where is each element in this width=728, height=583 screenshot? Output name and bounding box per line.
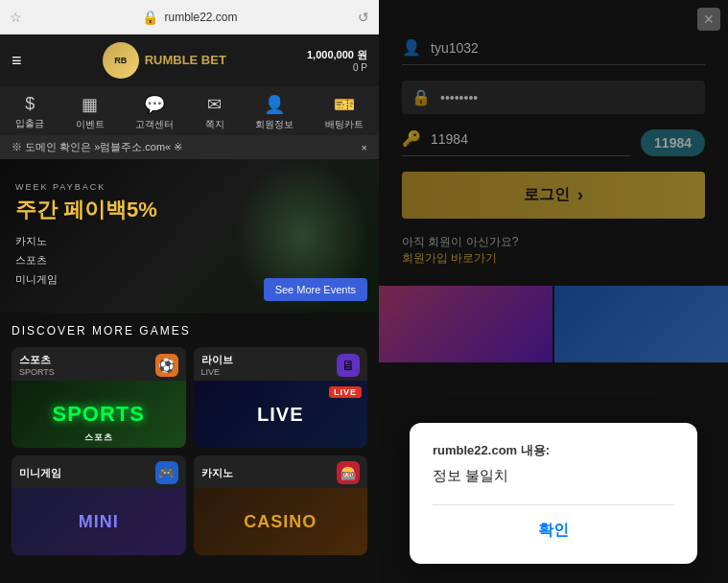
promo-title: 주간 페이백5% bbox=[15, 196, 157, 224]
site-header: ≡ RB RUMBLE BET 1,000,000 원 0 P bbox=[0, 35, 379, 86]
game-card-sports-top: 스포츠 SPORTS ⚽ bbox=[12, 347, 186, 381]
nav-message[interactable]: ✉ 쪽지 bbox=[205, 94, 224, 131]
live-badge: 🖥 bbox=[337, 354, 360, 377]
balance-area: 1,000,000 원 0 P bbox=[307, 48, 367, 73]
game-card-sports[interactable]: 스포츠 SPORTS ⚽ SPORTS 스포츠 bbox=[12, 347, 186, 448]
nav-betting[interactable]: 🎫 배팅카트 bbox=[325, 94, 364, 131]
nav-events[interactable]: ▦ 이벤트 bbox=[76, 94, 105, 131]
sports-sub-label: SPORTS bbox=[19, 367, 55, 377]
support-icon: 💬 bbox=[144, 94, 165, 115]
casino-thumb-text: CASINO bbox=[244, 512, 317, 532]
game-card-live-top: 라이브 LIVE 🖥 bbox=[194, 347, 368, 381]
message-icon: ✉ bbox=[207, 94, 222, 115]
notice-close[interactable]: × bbox=[362, 142, 367, 153]
casino-label: 카지노 bbox=[201, 466, 233, 480]
events-label: 이벤트 bbox=[76, 118, 105, 131]
nav-deposit[interactable]: $ 입출금 bbox=[15, 94, 44, 131]
sports-label: 스포츠 bbox=[19, 353, 55, 367]
sports-thumb-sub: 스포츠 bbox=[84, 431, 113, 444]
notice-text: ※ 도메인 확인은 »럼블주소.com« ※ bbox=[12, 140, 182, 154]
right-panel: ✕ 👤 🔒 🔑 11984 로그인 › 아직 회원이 아신가요? 회원가입 바로… bbox=[379, 0, 728, 583]
lock-icon: 🔒 bbox=[142, 10, 158, 25]
alert-message: 정보 불일치 bbox=[433, 467, 674, 485]
nav-profile[interactable]: 👤 회원정보 bbox=[255, 94, 294, 131]
betting-icon: 🎫 bbox=[334, 94, 355, 115]
balance-points: 0 P bbox=[307, 62, 367, 73]
game-card-casino-top: 카지노 🎰 bbox=[194, 455, 368, 488]
promo-banner: WEEK PAYBACK 주간 페이백5% 카지노스포츠미니게임 See Mor… bbox=[0, 159, 379, 313]
logo-badge: RB bbox=[103, 42, 139, 79]
betting-label: 배팅카트 bbox=[325, 118, 364, 131]
alert-overlay: rumble22.com 내용: 정보 불일치 확인 bbox=[379, 0, 728, 583]
live-label: 라이브 bbox=[201, 353, 233, 367]
balance-amount: 1,000,000 원 bbox=[307, 48, 367, 62]
game-card-live-info: 라이브 LIVE bbox=[201, 353, 233, 377]
support-label: 고객센터 bbox=[135, 118, 174, 131]
game-card-mini-top: 미니게임 🎮 bbox=[12, 455, 186, 488]
alert-ok-button[interactable]: 확인 bbox=[433, 517, 674, 545]
game-card-mini[interactable]: 미니게임 🎮 MINI bbox=[12, 455, 186, 555]
logo-area: RB RUMBLE BET bbox=[103, 42, 226, 79]
week-payback-label: WEEK PAYBACK bbox=[15, 182, 157, 192]
mini-label: 미니게임 bbox=[19, 466, 61, 480]
live-thumb-text: LIVE bbox=[257, 404, 303, 426]
message-label: 쪽지 bbox=[205, 118, 224, 131]
mini-thumbnail: MINI bbox=[12, 488, 186, 555]
deposit-icon: $ bbox=[25, 94, 35, 114]
game-card-mini-info: 미니게임 bbox=[19, 466, 61, 480]
browser-chrome: ☆ 🔒 rumble22.com ↺ bbox=[0, 0, 379, 35]
casino-thumbnail: CASINO bbox=[194, 488, 368, 555]
see-more-button[interactable]: See More Events bbox=[264, 278, 367, 301]
game-card-live[interactable]: 라이브 LIVE 🖥 LIVE LIVE bbox=[194, 347, 368, 448]
left-panel: ☆ 🔒 rumble22.com ↺ ≡ RB RUMBLE BET 1,000… bbox=[0, 0, 379, 583]
address-bar[interactable]: 🔒 rumble22.com bbox=[142, 10, 237, 25]
live-thumbnail: LIVE LIVE bbox=[194, 381, 368, 448]
events-icon: ▦ bbox=[82, 94, 98, 115]
alert-divider bbox=[433, 504, 674, 505]
sports-thumbnail: SPORTS 스포츠 bbox=[12, 381, 186, 448]
logo-text: RUMBLE BET bbox=[145, 53, 226, 68]
sports-badge: ⚽ bbox=[155, 354, 178, 377]
live-overlay-label: LIVE bbox=[329, 386, 362, 398]
nav-support[interactable]: 💬 고객센터 bbox=[135, 94, 174, 131]
mini-badge: 🎮 bbox=[155, 461, 178, 484]
sports-thumb-text: SPORTS bbox=[53, 402, 145, 427]
game-card-casino[interactable]: 카지노 🎰 CASINO bbox=[194, 455, 368, 555]
mini-thumb-text: MINI bbox=[79, 512, 119, 532]
live-sub-label: LIVE bbox=[201, 367, 233, 377]
alert-origin: rumble22.com 내용: bbox=[433, 442, 674, 459]
url-text: rumble22.com bbox=[164, 11, 237, 24]
star-icon: ☆ bbox=[10, 10, 22, 25]
game-grid: 스포츠 SPORTS ⚽ SPORTS 스포츠 라이브 LIVE bbox=[12, 347, 367, 555]
notice-bar: ※ 도메인 확인은 »럼블주소.com« ※ × bbox=[0, 135, 379, 159]
hamburger-icon[interactable]: ≡ bbox=[12, 51, 22, 71]
deposit-label: 입출금 bbox=[15, 117, 44, 130]
alert-dialog: rumble22.com 내용: 정보 불일치 확인 bbox=[410, 423, 697, 564]
promo-sub: 카지노스포츠미니게임 bbox=[15, 232, 157, 289]
refresh-icon[interactable]: ↺ bbox=[358, 10, 369, 25]
discover-section: DISCOVER MORE GAMES 스포츠 SPORTS ⚽ SPORTS … bbox=[0, 313, 379, 583]
casino-badge: 🎰 bbox=[337, 461, 360, 484]
nav-icons: $ 입출금 ▦ 이벤트 💬 고객센터 ✉ 쪽지 👤 회원정보 🎫 배팅카트 bbox=[0, 86, 379, 135]
game-card-sports-info: 스포츠 SPORTS bbox=[19, 353, 55, 377]
promo-text: WEEK PAYBACK 주간 페이백5% 카지노스포츠미니게임 bbox=[15, 182, 157, 289]
game-card-casino-info: 카지노 bbox=[201, 466, 233, 480]
profile-icon: 👤 bbox=[264, 94, 285, 115]
profile-label: 회원정보 bbox=[255, 118, 294, 131]
discover-title: DISCOVER MORE GAMES bbox=[12, 324, 367, 338]
